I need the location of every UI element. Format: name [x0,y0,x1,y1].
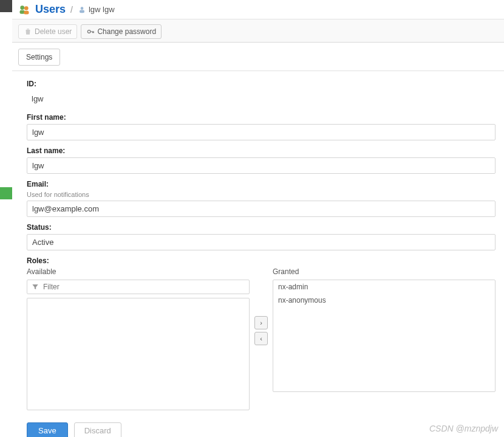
list-item[interactable]: nx-anonymous [273,294,495,307]
roles-available-column: Available [27,267,250,410]
roles-transfer-buttons: › ‹ [254,267,268,345]
svg-point-6 [88,30,91,33]
form-actions: Save Discard [27,422,495,437]
discard-button[interactable]: Discard [74,422,121,437]
change-password-label: Change password [97,27,156,36]
delete-user-button: Delete user [18,24,77,39]
lastname-input[interactable] [27,157,495,174]
roles-available-list[interactable] [27,298,250,410]
breadcrumb-separator: / [70,5,73,15]
users-icon [18,4,30,16]
field-roles: Roles: Available › [27,256,495,410]
filter-icon [31,283,39,291]
email-label: Email: [27,180,495,188]
available-label: Available [27,267,250,276]
firstname-input[interactable] [27,124,495,140]
lastname-label: Last name: [27,146,495,155]
chevron-right-icon: › [260,319,262,326]
email-input[interactable] [27,201,495,217]
field-email: Email: Used for notifications [27,180,495,217]
save-button[interactable]: Save [27,422,68,437]
remove-role-button[interactable]: ‹ [254,332,268,345]
status-select[interactable]: Active [27,234,495,250]
breadcrumb-current-label: lgw lgw [89,5,115,14]
field-lastname: Last name: [27,146,495,174]
granted-label: Granted [273,267,495,276]
change-password-button[interactable]: Change password [81,24,162,39]
breadcrumb-root-link[interactable]: Users [35,3,66,16]
svg-point-1 [24,6,29,10]
toolbar: Delete user Change password [12,19,504,43]
add-role-button[interactable]: › [254,316,268,329]
email-help: Used for notifications [27,191,495,198]
status-label: Status: [27,223,495,232]
svg-rect-3 [24,10,29,14]
field-id: ID: lgw [27,80,495,107]
sidebar-stub [0,0,12,12]
svg-rect-5 [80,10,84,13]
list-item[interactable]: nx-admin [273,280,495,294]
roles-granted-column: Granted nx-adminnx-anonymous [273,267,495,392]
tab-row: Settings [12,43,504,71]
field-status: Status: Active [27,223,495,250]
roles-label: Roles: [27,256,495,265]
breadcrumb: Users / lgw lgw [12,0,504,19]
breadcrumb-current: lgw lgw [78,5,115,14]
delete-user-label: Delete user [35,27,72,36]
chevron-left-icon: ‹ [260,335,262,342]
id-value: lgw [27,91,495,107]
settings-form: ID: lgw First name: Last name: Email: Us… [12,71,504,437]
firstname-label: First name: [27,113,495,122]
sidebar-accent [0,187,12,199]
roles-filter[interactable] [27,280,250,294]
tab-settings[interactable]: Settings [18,49,60,66]
roles-filter-input[interactable] [43,283,245,291]
user-icon [78,5,86,14]
trash-icon [24,27,32,36]
roles-granted-list[interactable]: nx-adminnx-anonymous [273,280,495,392]
id-label: ID: [27,80,495,88]
field-firstname: First name: [27,113,495,140]
svg-point-4 [81,7,84,10]
key-icon [86,27,95,36]
svg-point-0 [20,5,24,10]
